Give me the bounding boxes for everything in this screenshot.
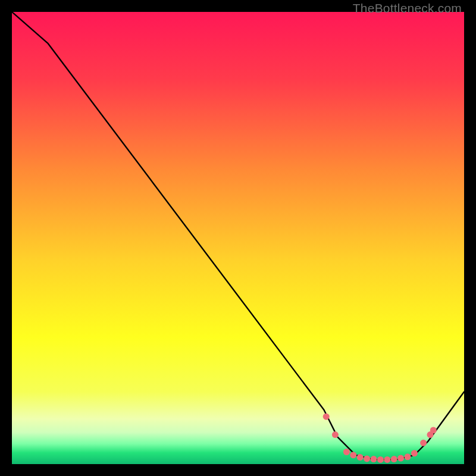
data-marker (332, 431, 339, 438)
data-marker (430, 427, 437, 434)
data-marker (357, 454, 364, 461)
chart-background (12, 12, 464, 464)
data-marker (323, 414, 330, 420)
data-marker (391, 456, 397, 462)
data-marker (371, 456, 377, 462)
data-marker (350, 452, 356, 458)
watermark-text: TheBottleneck.com (353, 1, 462, 15)
data-marker (384, 456, 390, 463)
data-marker (397, 455, 404, 462)
data-marker (420, 440, 427, 446)
chart-frame (12, 12, 464, 464)
data-marker (343, 449, 350, 455)
data-marker (405, 453, 411, 460)
data-marker (411, 450, 418, 456)
data-marker (364, 455, 370, 462)
data-marker (377, 456, 384, 463)
bottleneck-chart (12, 12, 464, 464)
